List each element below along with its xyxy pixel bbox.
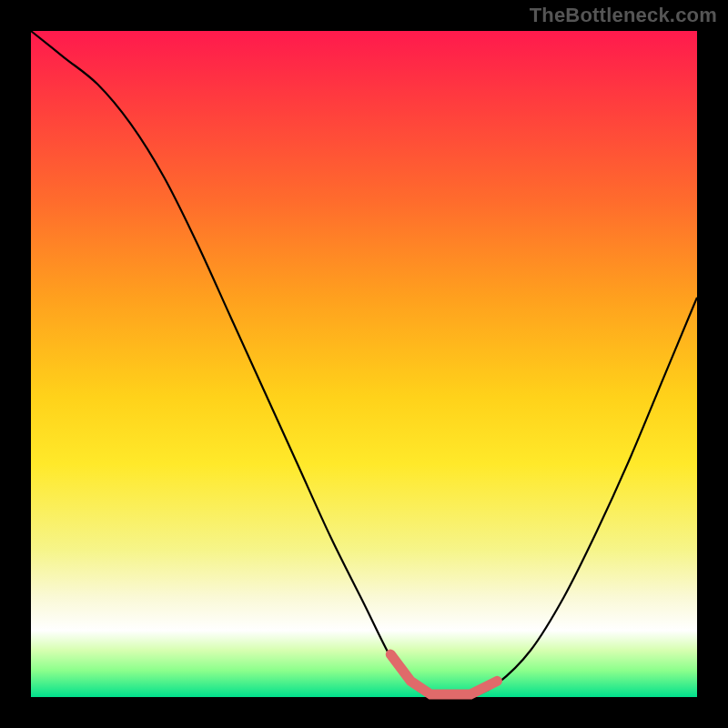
chart-plot-area bbox=[31, 31, 697, 697]
watermark-text: TheBottleneck.com bbox=[530, 4, 717, 27]
bottleneck-curve-line bbox=[31, 31, 697, 698]
optimum-marker bbox=[390, 654, 497, 694]
bottleneck-curve-svg bbox=[31, 31, 697, 697]
